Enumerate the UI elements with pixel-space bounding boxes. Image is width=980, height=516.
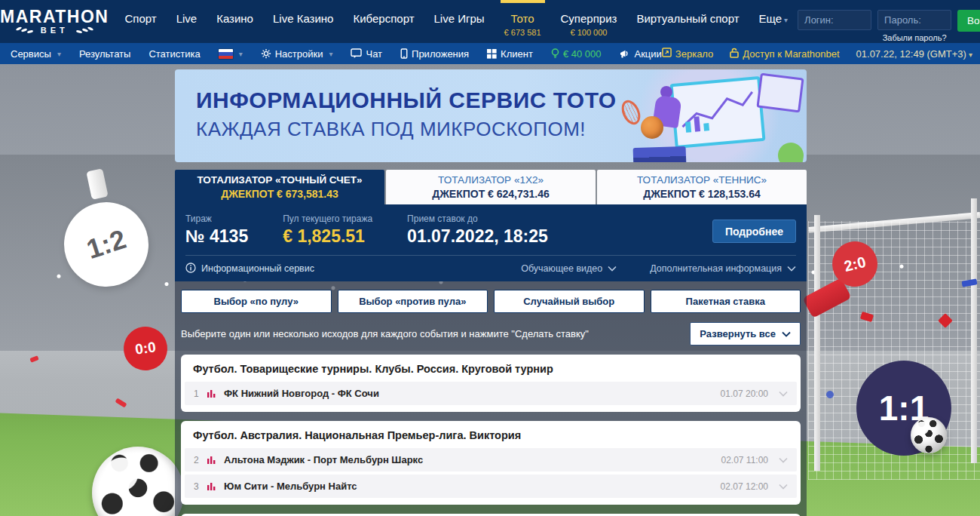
banner-illustration: [618, 69, 807, 162]
tab-totalizator-1[interactable]: ТОТАЛИЗАТОР «ТОЧНЫЙ СЧЕТ»ДЖЕКПОТ € 673,5…: [175, 170, 384, 204]
marathonbet-logo[interactable]: MARATHON BET: [0, 0, 109, 43]
tab-totalizator-2[interactable]: ТОТАЛИЗАТОР «1X2»ДЖЕКПОТ € 624,731.46: [386, 170, 596, 204]
bets-section: Выбор «по пулу»Выбор «против пула»Случай…: [175, 281, 807, 516]
logo-text: BET: [41, 26, 69, 35]
subnav-item-label: Приложения: [412, 48, 469, 60]
nav-item-label: Еще▾: [759, 12, 789, 27]
info-icon: [185, 263, 196, 275]
subnav-item-grid[interactable]: Клиент: [487, 48, 533, 60]
access-link[interactable]: Доступ к Marathonbet: [730, 48, 839, 60]
nav-item-7[interactable]: Тото€ 673 581: [495, 0, 551, 43]
chevron-down-icon[interactable]: [779, 391, 788, 397]
tab-jackpot: ДЖЕКПОТ € 624,731.46: [432, 188, 550, 200]
subnav-item-bulb[interactable]: € 40 000: [551, 48, 602, 60]
tab-title: ТОТАЛИЗАТОР «ТОЧНЫЙ СЧЕТ»: [197, 174, 362, 186]
secondary-nav-left: Сервисы▾РезультатыСтатистика▾Настройки▾Ч…: [11, 48, 662, 60]
chevron-down-icon[interactable]: [779, 484, 788, 490]
subnav-item-label: Результаты: [79, 48, 130, 60]
caret-down-icon: ▾: [239, 50, 243, 58]
nav-item-1[interactable]: Спорт: [115, 0, 166, 43]
bet-mode-button-3[interactable]: Случайный выбор: [494, 290, 645, 313]
caret-down-icon: ▾: [329, 50, 332, 58]
match-row[interactable]: 2Альтона Мэджик - Порт Мельбурн Шаркс02.…: [185, 448, 797, 471]
tutorial-video-link[interactable]: Обучающее видео: [521, 263, 617, 274]
bar-chart-icon: [207, 482, 216, 491]
tab-totalizator-3[interactable]: ТОТАЛИЗАТОР «ТЕННИС»ДЖЕКПОТ € 128,153.64: [597, 170, 807, 204]
match-teams: Альтона Мэджик - Порт Мельбурн Шаркс: [224, 454, 423, 465]
forgot-password-link[interactable]: Забыли пароль?: [883, 33, 947, 42]
subnav-item-1[interactable]: Сервисы▾: [11, 48, 61, 60]
nav-item-6[interactable]: Live Игры: [424, 0, 495, 43]
match-time: 02.07 12:00: [721, 481, 768, 492]
banner-title: ИНФОРМАЦИОННЫЙ СЕРВИС ТОТО: [196, 88, 617, 113]
subnav-item-gear[interactable]: Настройки▾: [261, 48, 333, 60]
password-input[interactable]: [877, 10, 951, 30]
phone-icon: [400, 48, 408, 59]
nav-item-3[interactable]: Казино: [207, 0, 263, 43]
secondary-navbar: Сервисы▾РезультатыСтатистика▾Настройки▾Ч…: [0, 43, 980, 64]
chevron-down-icon: [787, 263, 796, 274]
flag-ru-icon: [219, 49, 233, 59]
subnav-item-flag-ru[interactable]: ▾: [219, 49, 243, 59]
draw-panel: Тираж № 4135 Пул текущего тиража € 1,825…: [175, 204, 807, 281]
gear-icon: [261, 48, 271, 59]
login-button[interactable]: Войти: [957, 10, 980, 32]
match-number: 2: [194, 455, 206, 465]
caret-down-icon: ▾: [784, 16, 788, 24]
extra-info-link[interactable]: Дополнительная информация: [650, 263, 796, 274]
lock-icon: [730, 48, 739, 60]
goal-post: [814, 215, 820, 471]
info-service-link[interactable]: Информационный сервис: [185, 263, 314, 275]
match-row[interactable]: 3Юм Сити - Мельбурн Найтс02.07 12:00: [185, 475, 797, 498]
match-number: 3: [194, 481, 206, 492]
nav-item-8[interactable]: Суперприз€ 100 000: [551, 0, 627, 43]
match-row[interactable]: 1ФК Нижний Новгород - ФК Сочи01.07 20:00: [185, 382, 797, 405]
toto-info-banner[interactable]: ИНФОРМАЦИОННЫЙ СЕРВИС ТОТО КАЖДАЯ СТАВКА…: [175, 69, 807, 162]
goal-post: [971, 198, 977, 463]
nav-item-amount: € 673 581: [504, 28, 541, 37]
tab-jackpot: ДЖЕКПОТ € 673,581.43: [221, 188, 338, 200]
confetti: [115, 398, 127, 407]
bet-mode-button-2[interactable]: Выбор «против пула»: [338, 290, 488, 313]
match-time: 01.07 20:00: [721, 389, 768, 399]
secondary-nav-right: Зеркало Доступ к Marathonbet 01.07.22, 1…: [662, 47, 980, 60]
tab-title: ТОТАЛИЗАТОР «1X2»: [438, 174, 544, 186]
nav-item-label: Live Казино: [273, 12, 333, 26]
subnav-item-chat[interactable]: Чат: [351, 48, 382, 60]
match-time: 02.07 11:00: [721, 455, 768, 465]
subnav-item-label: € 40 000: [563, 48, 602, 60]
nav-item-5[interactable]: Киберспорт: [343, 0, 424, 43]
nav-item-10[interactable]: Еще▾: [749, 0, 798, 43]
login-input[interactable]: [798, 10, 871, 30]
tab-jackpot: ДЖЕКПОТ € 128,153.64: [643, 188, 761, 200]
bar-chart-icon: [207, 456, 216, 465]
subnav-item-3[interactable]: Статистика: [149, 48, 200, 60]
football-image: [911, 417, 947, 453]
laurel-left-icon: [16, 26, 35, 34]
details-button[interactable]: Подробнее: [712, 220, 796, 243]
subnav-item-megaphone[interactable]: Акции: [620, 48, 662, 60]
nav-item-2[interactable]: Live: [167, 0, 207, 43]
nav-item-label: Киберспорт: [353, 12, 414, 26]
mirror-icon: [662, 48, 672, 60]
nav-item-4[interactable]: Live Казино: [263, 0, 343, 43]
subnav-item-phone[interactable]: Приложения: [400, 48, 469, 60]
mirror-link[interactable]: Зеркало: [662, 48, 713, 60]
bet-mode-button-4[interactable]: Пакетная ставка: [651, 290, 801, 313]
draw-pool: Пул текущего тиража € 1,825.51: [283, 213, 372, 247]
match-number: 1: [194, 389, 206, 399]
nav-item-label: Live Игры: [434, 12, 485, 26]
nav-item-9[interactable]: Виртуальный спорт: [626, 0, 749, 43]
chevron-down-icon: [608, 263, 617, 274]
match-group-title: Футбол. Товарищеские турниры. Клубы. Рос…: [181, 355, 801, 382]
nav-item-label: Тото: [504, 12, 541, 26]
nav-item-label: Казино: [216, 12, 253, 26]
subnav-item-label: Клиент: [501, 48, 533, 60]
bar-chart-icon: [207, 389, 216, 398]
datetime-dropdown[interactable]: 01.07.22, 12:49 (GMT+3)▾: [856, 48, 972, 60]
bet-mode-button-1[interactable]: Выбор «по пулу»: [181, 290, 332, 313]
chevron-down-icon[interactable]: [779, 457, 788, 463]
tab-title: ТОТАЛИЗАТОР «ТЕННИС»: [637, 174, 767, 186]
expand-all-button[interactable]: Развернуть все: [690, 322, 801, 346]
subnav-item-2[interactable]: Результаты: [79, 48, 130, 60]
